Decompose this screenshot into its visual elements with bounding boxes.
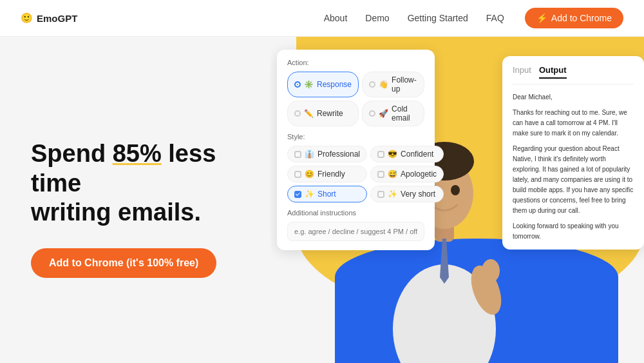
style-conf-emoji: 😎 <box>388 150 397 159</box>
style-checkbox-group: 👔 Professional 😎 Confident 😊 Friendly 😅 <box>287 146 424 202</box>
style-short-emoji: ✨ <box>305 190 314 199</box>
output-greeting: Dear Michael, <box>513 92 634 103</box>
logo: 🙂 EmoGPT <box>21 12 77 24</box>
style-conf-label: Confident <box>401 150 433 159</box>
cb-friendly <box>294 171 301 178</box>
action-cold-emoji: 🚀 <box>379 109 388 118</box>
style-label: Style: <box>287 133 424 141</box>
style-apologetic[interactable]: 😅 Apologetic <box>370 166 444 182</box>
style-vshort-emoji: ✨ <box>388 190 397 199</box>
action-rewrite-emoji: ✏️ <box>304 109 314 118</box>
left-panel: Spend 85% less time writing emails. Add … <box>0 37 270 363</box>
cb-very-short <box>377 191 384 198</box>
style-apol-emoji: 😅 <box>388 170 397 179</box>
cb-professional <box>294 151 301 158</box>
logo-text: EmoGPT <box>37 13 77 24</box>
action-response[interactable]: ✳️ Response <box>287 72 359 97</box>
style-friendly-label: Friendly <box>317 170 345 179</box>
style-vshort-label: Very short <box>401 190 435 199</box>
chrome-icon: ⚡ <box>536 13 547 23</box>
style-pro-label: Professional <box>317 150 360 159</box>
cb-confident <box>377 151 384 158</box>
action-response-label: Response <box>317 80 352 89</box>
output-tabs: Input Output <box>513 65 634 84</box>
tab-input[interactable]: Input <box>513 65 531 79</box>
output-para1: Thanks for reaching out to me. Sure, we … <box>513 108 634 139</box>
cb-short <box>294 191 301 198</box>
tab-output[interactable]: Output <box>539 65 567 79</box>
headline-part1: Spend <box>31 140 113 167</box>
radio-dot-followup <box>369 81 375 88</box>
headline-highlight: 85% <box>113 140 162 167</box>
radio-dot-cold <box>369 110 375 117</box>
nav-getting-started[interactable]: Getting Started <box>408 13 468 23</box>
radio-dot-rewrite <box>294 110 301 117</box>
action-cold-email[interactable]: 🚀 Cold email <box>362 101 424 126</box>
cb-apologetic <box>377 171 384 178</box>
action-label: Action: <box>287 59 424 66</box>
style-short-label: Short <box>317 190 336 199</box>
nav-about[interactable]: About <box>324 13 348 23</box>
radio-dot-response <box>294 81 301 88</box>
right-panel: Action: ✳️ Response 👋 Follow-up ✏️ Rewri… <box>270 37 644 363</box>
style-confident[interactable]: 😎 Confident <box>370 146 444 162</box>
style-pro-emoji: 👔 <box>305 150 314 159</box>
headline-line2: writing emails. <box>31 199 201 226</box>
output-para2: Regarding your question about React Nati… <box>513 144 634 216</box>
add-chrome-button[interactable]: ⚡ Add to Chrome <box>525 8 623 28</box>
style-friendly[interactable]: 😊 Friendly <box>287 166 367 182</box>
action-followup-emoji: 👋 <box>379 80 388 89</box>
nav-faq[interactable]: FAQ <box>486 13 504 23</box>
style-professional[interactable]: 👔 Professional <box>287 146 367 162</box>
output-card: Input Output Dear Michael, Thanks for re… <box>502 56 644 250</box>
action-rewrite-label: Rewrite <box>317 109 343 118</box>
action-followup-label: Follow-up <box>392 75 417 93</box>
logo-emoji: 🙂 <box>21 12 33 24</box>
action-card: Action: ✳️ Response 👋 Follow-up ✏️ Rewri… <box>277 50 435 250</box>
navbar: 🙂 EmoGPT About Demo Getting Started FAQ … <box>0 0 644 37</box>
action-cold-label: Cold email <box>392 104 417 123</box>
style-friendly-emoji: 😊 <box>305 170 314 179</box>
nav-demo[interactable]: Demo <box>365 13 389 23</box>
action-followup[interactable]: 👋 Follow-up <box>362 72 424 97</box>
output-text: Dear Michael, Thanks for reaching out to… <box>513 92 634 242</box>
style-apol-label: Apologetic <box>401 170 437 179</box>
style-short[interactable]: ✨ Short <box>287 186 367 202</box>
nav-links: About Demo Getting Started FAQ <box>324 13 504 23</box>
svg-marker-6 <box>440 239 449 284</box>
additional-instructions-input[interactable] <box>287 222 424 241</box>
action-rewrite[interactable]: ✏️ Rewrite <box>287 101 359 126</box>
action-response-emoji: ✳️ <box>304 80 314 89</box>
hero-cta-button[interactable]: Add to Chrome (it's 100% free) <box>31 248 216 278</box>
headline: Spend 85% less time writing emails. <box>31 139 245 228</box>
output-para3: Looking forward to speaking with you tom… <box>513 221 634 242</box>
chrome-btn-label: Add to Chrome <box>551 13 612 23</box>
svg-point-5 <box>451 185 460 195</box>
main-content: Spend 85% less time writing emails. Add … <box>0 37 644 363</box>
additional-label: Additional instructions <box>287 209 424 217</box>
action-radio-group: ✳️ Response 👋 Follow-up ✏️ Rewrite 🚀 Col… <box>287 72 424 126</box>
style-very-short[interactable]: ✨ Very short <box>370 186 444 202</box>
